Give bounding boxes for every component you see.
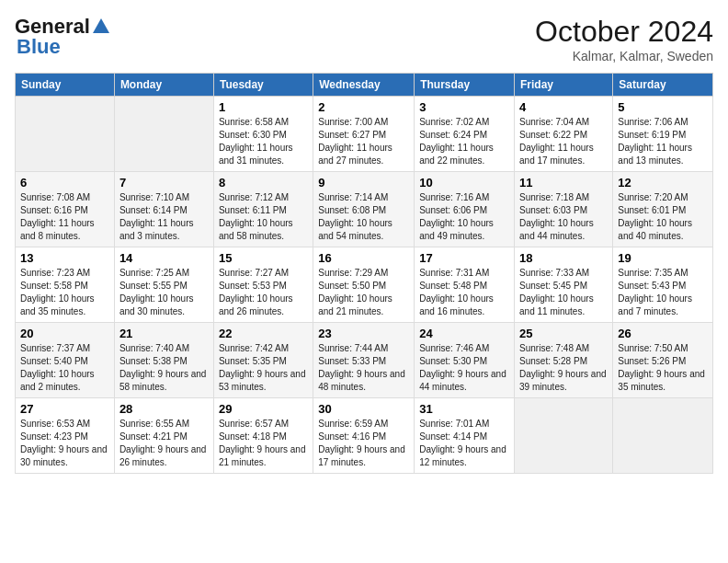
month-title: October 2024 [535,15,713,49]
cell-content: Sunrise: 7:31 AMSunset: 5:48 PMDaylight:… [419,267,509,318]
day-number: 28 [119,402,209,416]
week-row-2: 6Sunrise: 7:08 AMSunset: 6:16 PMDaylight… [16,172,713,247]
calendar-cell: 8Sunrise: 7:12 AMSunset: 6:11 PMDaylight… [213,172,313,247]
calendar-cell [16,97,115,172]
cell-content: Sunrise: 7:40 AMSunset: 5:38 PMDaylight:… [119,342,209,394]
page-header: General Blue October 2024 Kalmar, Kalmar… [15,15,713,63]
header-friday: Friday [515,74,613,97]
calendar-cell: 11Sunrise: 7:18 AMSunset: 6:03 PMDayligh… [515,172,613,247]
day-number: 6 [20,176,109,190]
day-number: 16 [318,251,409,265]
calendar-cell: 30Sunrise: 6:59 AMSunset: 4:16 PMDayligh… [313,398,415,474]
calendar-cell: 13Sunrise: 7:23 AMSunset: 5:58 PMDayligh… [16,247,115,323]
calendar-cell: 16Sunrise: 7:29 AMSunset: 5:50 PMDayligh… [313,247,415,323]
week-row-3: 13Sunrise: 7:23 AMSunset: 5:58 PMDayligh… [16,247,713,323]
day-number: 5 [618,100,708,114]
location: Kalmar, Kalmar, Sweden [535,49,713,63]
day-number: 23 [318,327,409,340]
day-number: 7 [119,176,209,190]
day-number: 30 [318,402,409,416]
calendar-cell: 23Sunrise: 7:44 AMSunset: 5:33 PMDayligh… [313,323,415,398]
cell-content: Sunrise: 7:27 AMSunset: 5:53 PMDaylight:… [219,267,308,318]
cell-content: Sunrise: 7:33 AMSunset: 5:45 PMDaylight:… [519,267,608,318]
logo: General Blue [15,15,112,59]
calendar-cell: 5Sunrise: 7:06 AMSunset: 6:19 PMDaylight… [613,97,713,172]
week-row-1: 1Sunrise: 6:58 AMSunset: 6:30 PMDaylight… [16,97,713,172]
day-number: 22 [219,327,308,340]
header-saturday: Saturday [613,74,713,97]
day-number: 19 [618,251,708,265]
svg-marker-0 [93,18,109,33]
calendar-cell: 28Sunrise: 6:55 AMSunset: 4:21 PMDayligh… [114,398,213,474]
calendar-cell: 24Sunrise: 7:46 AMSunset: 5:30 PMDayligh… [415,323,515,398]
calendar-cell: 4Sunrise: 7:04 AMSunset: 6:22 PMDaylight… [515,97,613,172]
cell-content: Sunrise: 7:46 AMSunset: 5:30 PMDaylight:… [419,342,509,394]
calendar-cell [515,398,613,474]
cell-content: Sunrise: 7:20 AMSunset: 6:01 PMDaylight:… [618,191,708,243]
calendar-cell: 9Sunrise: 7:14 AMSunset: 6:08 PMDaylight… [313,172,415,247]
day-number: 26 [618,327,708,340]
calendar-cell: 18Sunrise: 7:33 AMSunset: 5:45 PMDayligh… [515,247,613,323]
day-number: 20 [20,327,109,340]
cell-content: Sunrise: 6:59 AMSunset: 4:16 PMDaylight:… [318,418,409,469]
day-number: 12 [618,176,708,190]
calendar-cell: 27Sunrise: 6:53 AMSunset: 4:23 PMDayligh… [16,398,115,474]
calendar-table: SundayMondayTuesdayWednesdayThursdayFrid… [15,73,713,474]
calendar-cell: 29Sunrise: 6:57 AMSunset: 4:18 PMDayligh… [213,398,313,474]
cell-content: Sunrise: 7:29 AMSunset: 5:50 PMDaylight:… [318,267,409,318]
day-number: 9 [318,176,409,190]
cell-content: Sunrise: 7:10 AMSunset: 6:14 PMDaylight:… [119,191,209,243]
day-number: 10 [419,176,509,190]
calendar-cell: 12Sunrise: 7:20 AMSunset: 6:01 PMDayligh… [613,172,713,247]
day-number: 18 [519,251,608,265]
cell-content: Sunrise: 7:48 AMSunset: 5:28 PMDaylight:… [519,342,608,394]
calendar-cell: 31Sunrise: 7:01 AMSunset: 4:14 PMDayligh… [415,398,515,474]
calendar-cell: 10Sunrise: 7:16 AMSunset: 6:06 PMDayligh… [415,172,515,247]
cell-content: Sunrise: 7:02 AMSunset: 6:24 PMDaylight:… [419,116,509,167]
calendar-cell: 25Sunrise: 7:48 AMSunset: 5:28 PMDayligh… [515,323,613,398]
calendar-cell: 3Sunrise: 7:02 AMSunset: 6:24 PMDaylight… [415,97,515,172]
day-number: 13 [20,251,109,265]
calendar-cell: 19Sunrise: 7:35 AMSunset: 5:43 PMDayligh… [613,247,713,323]
logo-icon [91,17,111,37]
week-row-5: 27Sunrise: 6:53 AMSunset: 4:23 PMDayligh… [16,398,713,474]
calendar-cell [613,398,713,474]
calendar-cell: 21Sunrise: 7:40 AMSunset: 5:38 PMDayligh… [114,323,213,398]
week-row-4: 20Sunrise: 7:37 AMSunset: 5:40 PMDayligh… [16,323,713,398]
day-number: 24 [419,327,509,340]
cell-content: Sunrise: 7:01 AMSunset: 4:14 PMDaylight:… [419,418,509,469]
day-number: 27 [20,402,109,416]
day-number: 14 [119,251,209,265]
cell-content: Sunrise: 7:35 AMSunset: 5:43 PMDaylight:… [618,267,708,318]
cell-content: Sunrise: 7:25 AMSunset: 5:55 PMDaylight:… [119,267,209,318]
cell-content: Sunrise: 7:04 AMSunset: 6:22 PMDaylight:… [519,116,608,167]
cell-content: Sunrise: 7:08 AMSunset: 6:16 PMDaylight:… [20,191,109,243]
header-sunday: Sunday [16,74,115,97]
calendar-cell: 6Sunrise: 7:08 AMSunset: 6:16 PMDaylight… [16,172,115,247]
cell-content: Sunrise: 7:00 AMSunset: 6:27 PMDaylight:… [318,116,409,167]
logo-blue: Blue [17,35,61,59]
day-number: 8 [219,176,308,190]
day-number: 11 [519,176,608,190]
calendar-cell: 14Sunrise: 7:25 AMSunset: 5:55 PMDayligh… [114,247,213,323]
day-number: 21 [119,327,209,340]
calendar-cell: 15Sunrise: 7:27 AMSunset: 5:53 PMDayligh… [213,247,313,323]
day-number: 3 [419,100,509,114]
day-number: 1 [219,100,308,114]
calendar-cell: 1Sunrise: 6:58 AMSunset: 6:30 PMDaylight… [213,97,313,172]
cell-content: Sunrise: 7:16 AMSunset: 6:06 PMDaylight:… [419,191,509,243]
cell-content: Sunrise: 7:23 AMSunset: 5:58 PMDaylight:… [20,267,109,318]
cell-content: Sunrise: 7:42 AMSunset: 5:35 PMDaylight:… [219,342,308,394]
day-number: 2 [318,100,409,114]
calendar-cell [114,97,213,172]
title-block: October 2024 Kalmar, Kalmar, Sweden [535,15,713,63]
calendar-cell: 7Sunrise: 7:10 AMSunset: 6:14 PMDaylight… [114,172,213,247]
calendar-cell: 2Sunrise: 7:00 AMSunset: 6:27 PMDaylight… [313,97,415,172]
header-wednesday: Wednesday [313,74,415,97]
header-monday: Monday [114,74,213,97]
day-number: 4 [519,100,608,114]
calendar-cell: 26Sunrise: 7:50 AMSunset: 5:26 PMDayligh… [613,323,713,398]
day-number: 31 [419,402,509,416]
day-number: 25 [519,327,608,340]
cell-content: Sunrise: 6:53 AMSunset: 4:23 PMDaylight:… [20,418,109,469]
